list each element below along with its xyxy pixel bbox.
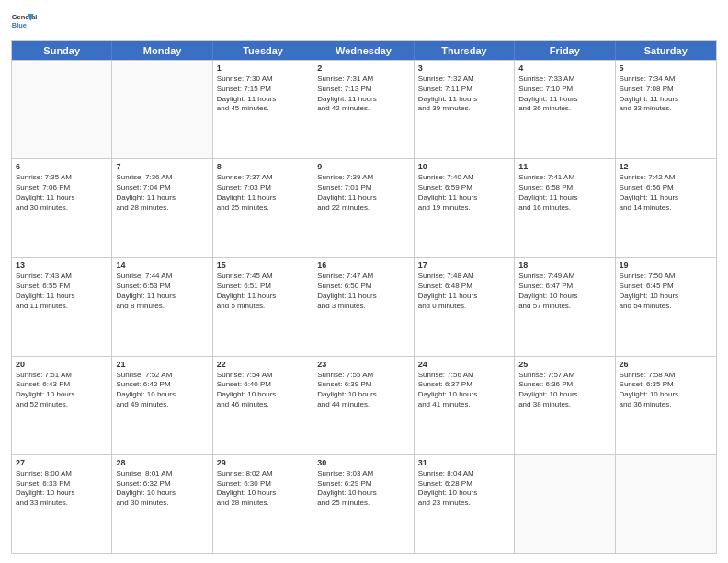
calendar-cell: 16Sunrise: 7:47 AM Sunset: 6:50 PM Dayli… — [313, 258, 414, 355]
calendar-cell: 29Sunrise: 8:02 AM Sunset: 6:30 PM Dayli… — [213, 455, 313, 553]
calendar-cell: 21Sunrise: 7:52 AM Sunset: 6:42 PM Dayli… — [112, 357, 212, 454]
day-header-sunday: Sunday — [12, 41, 112, 60]
day-number: 23 — [317, 360, 409, 369]
day-number: 22 — [217, 360, 309, 369]
day-content: Sunrise: 7:42 AM Sunset: 6:56 PM Dayligh… — [620, 173, 712, 213]
day-header-tuesday: Tuesday — [213, 41, 313, 60]
day-content: Sunrise: 8:04 AM Sunset: 6:28 PM Dayligh… — [418, 469, 510, 509]
day-number: 29 — [217, 458, 309, 467]
logo-icon: GeneralBlue — [11, 9, 37, 35]
day-content: Sunrise: 7:55 AM Sunset: 6:39 PM Dayligh… — [317, 371, 409, 410]
day-number: 30 — [317, 458, 409, 467]
calendar-cell: 5Sunrise: 7:34 AM Sunset: 7:08 PM Daylig… — [616, 61, 716, 158]
day-number: 17 — [418, 260, 510, 270]
day-number: 18 — [518, 260, 610, 270]
day-number: 12 — [620, 162, 712, 171]
logo: GeneralBlue — [11, 9, 37, 35]
calendar: SundayMondayTuesdayWednesdayThursdayFrid… — [11, 40, 717, 554]
day-content: Sunrise: 8:03 AM Sunset: 6:29 PM Dayligh… — [317, 469, 409, 509]
calendar-cell: 3Sunrise: 7:32 AM Sunset: 7:11 PM Daylig… — [415, 61, 515, 158]
day-number: 11 — [518, 162, 610, 171]
calendar-cell — [616, 455, 716, 553]
calendar-cell: 18Sunrise: 7:49 AM Sunset: 6:47 PM Dayli… — [515, 258, 615, 355]
day-content: Sunrise: 7:54 AM Sunset: 6:40 PM Dayligh… — [217, 371, 309, 410]
day-content: Sunrise: 7:41 AM Sunset: 6:58 PM Dayligh… — [518, 173, 610, 213]
calendar-cell — [112, 61, 212, 158]
day-header-thursday: Thursday — [415, 41, 515, 60]
day-number: 15 — [217, 260, 309, 270]
calendar-row-0: 1Sunrise: 7:30 AM Sunset: 7:15 PM Daylig… — [12, 60, 716, 158]
calendar-cell — [12, 61, 112, 158]
day-number: 4 — [518, 63, 610, 73]
calendar-cell: 26Sunrise: 7:58 AM Sunset: 6:35 PM Dayli… — [616, 357, 716, 454]
day-content: Sunrise: 7:56 AM Sunset: 6:37 PM Dayligh… — [418, 371, 510, 410]
calendar-cell: 4Sunrise: 7:33 AM Sunset: 7:10 PM Daylig… — [515, 61, 615, 158]
day-number: 28 — [116, 458, 208, 467]
calendar-cell: 25Sunrise: 7:57 AM Sunset: 6:36 PM Dayli… — [515, 357, 615, 454]
calendar-cell: 19Sunrise: 7:50 AM Sunset: 6:45 PM Dayli… — [616, 258, 716, 355]
day-content: Sunrise: 7:58 AM Sunset: 6:35 PM Dayligh… — [620, 371, 712, 410]
calendar-cell: 22Sunrise: 7:54 AM Sunset: 6:40 PM Dayli… — [213, 357, 313, 454]
calendar-cell: 23Sunrise: 7:55 AM Sunset: 6:39 PM Dayli… — [313, 357, 414, 454]
day-content: Sunrise: 7:48 AM Sunset: 6:48 PM Dayligh… — [418, 271, 510, 311]
day-content: Sunrise: 7:39 AM Sunset: 7:01 PM Dayligh… — [317, 173, 409, 213]
calendar-cell: 11Sunrise: 7:41 AM Sunset: 6:58 PM Dayli… — [515, 159, 615, 257]
day-content: Sunrise: 7:57 AM Sunset: 6:36 PM Dayligh… — [518, 371, 610, 410]
calendar-cell: 17Sunrise: 7:48 AM Sunset: 6:48 PM Dayli… — [415, 258, 515, 355]
day-content: Sunrise: 7:33 AM Sunset: 7:10 PM Dayligh… — [518, 75, 610, 114]
calendar-cell: 10Sunrise: 7:40 AM Sunset: 6:59 PM Dayli… — [415, 159, 515, 257]
day-number: 5 — [620, 63, 712, 73]
day-content: Sunrise: 7:37 AM Sunset: 7:03 PM Dayligh… — [217, 173, 309, 213]
calendar-cell: 1Sunrise: 7:30 AM Sunset: 7:15 PM Daylig… — [213, 61, 313, 158]
day-number: 31 — [418, 458, 510, 467]
day-content: Sunrise: 8:01 AM Sunset: 6:32 PM Dayligh… — [116, 469, 208, 509]
day-number: 8 — [217, 162, 309, 171]
calendar-cell: 14Sunrise: 7:44 AM Sunset: 6:53 PM Dayli… — [112, 258, 212, 355]
day-header-saturday: Saturday — [616, 41, 716, 60]
day-content: Sunrise: 7:35 AM Sunset: 7:06 PM Dayligh… — [16, 173, 108, 213]
day-number: 9 — [317, 162, 409, 171]
day-number: 7 — [116, 162, 208, 171]
calendar-body: 1Sunrise: 7:30 AM Sunset: 7:15 PM Daylig… — [12, 60, 716, 553]
day-content: Sunrise: 7:36 AM Sunset: 7:04 PM Dayligh… — [116, 173, 208, 213]
day-number: 24 — [418, 360, 510, 369]
calendar-cell: 15Sunrise: 7:45 AM Sunset: 6:51 PM Dayli… — [213, 258, 313, 355]
day-content: Sunrise: 7:31 AM Sunset: 7:13 PM Dayligh… — [317, 75, 409, 114]
calendar-cell: 2Sunrise: 7:31 AM Sunset: 7:13 PM Daylig… — [313, 61, 414, 158]
calendar-cell: 30Sunrise: 8:03 AM Sunset: 6:29 PM Dayli… — [313, 455, 414, 553]
day-number: 16 — [317, 260, 409, 270]
calendar-row-1: 6Sunrise: 7:35 AM Sunset: 7:06 PM Daylig… — [12, 158, 716, 257]
day-content: Sunrise: 7:43 AM Sunset: 6:55 PM Dayligh… — [16, 271, 108, 311]
page: GeneralBlue SundayMondayTuesdayWednesday… — [0, 0, 728, 563]
day-number: 10 — [418, 162, 510, 171]
day-content: Sunrise: 7:52 AM Sunset: 6:42 PM Dayligh… — [116, 371, 208, 410]
calendar-cell: 7Sunrise: 7:36 AM Sunset: 7:04 PM Daylig… — [112, 159, 212, 257]
day-content: Sunrise: 7:32 AM Sunset: 7:11 PM Dayligh… — [418, 75, 510, 114]
day-number: 14 — [116, 260, 208, 270]
calendar-cell: 28Sunrise: 8:01 AM Sunset: 6:32 PM Dayli… — [112, 455, 212, 553]
day-number: 13 — [16, 260, 108, 270]
calendar-cell: 13Sunrise: 7:43 AM Sunset: 6:55 PM Dayli… — [12, 258, 112, 355]
calendar-cell — [515, 455, 615, 553]
calendar-cell: 27Sunrise: 8:00 AM Sunset: 6:33 PM Dayli… — [12, 455, 112, 553]
day-number: 6 — [16, 162, 108, 171]
calendar-header: SundayMondayTuesdayWednesdayThursdayFrid… — [12, 41, 716, 60]
day-number: 1 — [217, 63, 309, 73]
calendar-cell: 20Sunrise: 7:51 AM Sunset: 6:43 PM Dayli… — [12, 357, 112, 454]
day-number: 21 — [116, 360, 208, 369]
day-content: Sunrise: 7:47 AM Sunset: 6:50 PM Dayligh… — [317, 271, 409, 311]
calendar-cell: 6Sunrise: 7:35 AM Sunset: 7:06 PM Daylig… — [12, 159, 112, 257]
day-header-wednesday: Wednesday — [313, 41, 414, 60]
day-header-monday: Monday — [112, 41, 212, 60]
day-content: Sunrise: 8:02 AM Sunset: 6:30 PM Dayligh… — [217, 469, 309, 509]
day-content: Sunrise: 7:30 AM Sunset: 7:15 PM Dayligh… — [217, 75, 309, 114]
day-number: 27 — [16, 458, 108, 467]
day-content: Sunrise: 7:45 AM Sunset: 6:51 PM Dayligh… — [217, 271, 309, 311]
day-content: Sunrise: 7:44 AM Sunset: 6:53 PM Dayligh… — [116, 271, 208, 311]
day-number: 26 — [620, 360, 712, 369]
day-number: 2 — [317, 63, 409, 73]
calendar-cell: 12Sunrise: 7:42 AM Sunset: 6:56 PM Dayli… — [616, 159, 716, 257]
calendar-cell: 24Sunrise: 7:56 AM Sunset: 6:37 PM Dayli… — [415, 357, 515, 454]
day-content: Sunrise: 7:34 AM Sunset: 7:08 PM Dayligh… — [620, 75, 712, 114]
day-number: 20 — [16, 360, 108, 369]
